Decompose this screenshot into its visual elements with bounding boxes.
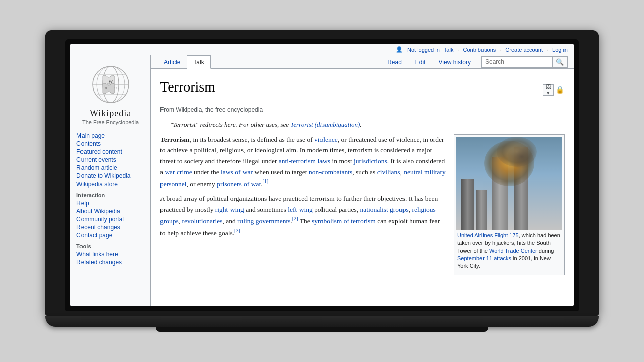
- lock-icon: 🔒: [556, 84, 565, 96]
- link-civilians[interactable]: civilians: [377, 168, 400, 176]
- sidebar-item-main-page[interactable]: Main page: [76, 132, 144, 140]
- link-prisoners-of-war[interactable]: prisoners of war: [217, 180, 261, 188]
- cite-2[interactable]: [2]: [292, 216, 298, 221]
- wiki-main: W Ω H Wikipedia The Free Encyclopedia Ma…: [70, 55, 574, 306]
- interaction-section: Interaction Help About Wikipedia Communi…: [70, 189, 150, 240]
- wikipedia-globe-icon: W Ω H: [91, 64, 131, 105]
- article-image-box: United Airlines Flight 175, which had be…: [454, 134, 565, 275]
- sidebar-item-random-article[interactable]: Random article: [76, 164, 144, 172]
- wikipedia-wordmark: Wikipedia: [74, 108, 146, 119]
- article-content: Terrorism 🖼 ▾ 🔒 From Wikipedia, the free…: [151, 69, 574, 282]
- link-left-wing[interactable]: left-wing: [288, 206, 313, 213]
- link-symbolism[interactable]: symbolism of terrorism: [312, 217, 376, 225]
- link-sept-11[interactable]: September 11 attacks: [457, 255, 511, 261]
- laptop-base: [45, 316, 599, 327]
- link-world-trade-center[interactable]: World Trade Center: [489, 248, 537, 254]
- user-icon: 👤: [396, 46, 403, 53]
- 9-11-image: [456, 137, 562, 230]
- create-account-link[interactable]: Create account: [505, 47, 543, 53]
- sidebar-item-recent-changes[interactable]: Recent changes: [76, 223, 144, 231]
- screen-bezel: 👤 Not logged in Talk · Contributions · C…: [65, 39, 579, 311]
- link-laws-of-war[interactable]: laws of war: [221, 168, 253, 176]
- nav-section: Main page Contents Featured content Curr…: [70, 129, 150, 189]
- tab-talk[interactable]: Talk: [187, 55, 210, 69]
- sidebar-item-featured[interactable]: Featured content: [76, 148, 144, 156]
- hatnote: "Terrorist" redirects here. For other us…: [160, 120, 565, 130]
- content-area: Article Talk Read Edit View history 🔍: [151, 55, 574, 306]
- svg-text:Ω: Ω: [105, 86, 107, 90]
- cite-1[interactable]: [1]: [263, 178, 269, 184]
- link-jurisdictions[interactable]: jurisdictions: [354, 157, 387, 165]
- separator1: ·: [457, 47, 459, 53]
- tab-view-history[interactable]: View history: [432, 55, 477, 69]
- log-in-link[interactable]: Log in: [552, 47, 568, 53]
- search-button[interactable]: 🔍: [552, 57, 567, 67]
- not-logged-in-text: Not logged in: [407, 47, 440, 53]
- hatnote-text: "Terrorist" redirects here. For other us…: [170, 121, 290, 128]
- paragraph-2: A broad array of political organizations…: [160, 193, 447, 238]
- laptop-lid: 👤 Not logged in Talk · Contributions · C…: [45, 30, 599, 316]
- sidebar: W Ω H Wikipedia The Free Encyclopedia Ma…: [70, 55, 151, 306]
- top-bar: 👤 Not logged in Talk · Contributions · C…: [70, 44, 574, 55]
- article-header-row: Terrorism 🖼 ▾ 🔒: [160, 76, 565, 104]
- search-box: 🔍: [481, 56, 568, 68]
- tab-read[interactable]: Read: [381, 55, 409, 69]
- link-violence[interactable]: violence: [314, 136, 338, 143]
- sidebar-item-about[interactable]: About Wikipedia: [76, 207, 144, 215]
- link-anti-terrorism-laws[interactable]: anti-terrorism laws: [279, 157, 330, 165]
- sidebar-item-what-links-here[interactable]: What links here: [76, 250, 144, 258]
- link-right-wing[interactable]: right-wing: [215, 206, 244, 213]
- image-caption: United Airlines Flight 175, which had be…: [456, 230, 562, 273]
- link-neutral-military[interactable]: neutral military personnel: [160, 168, 446, 188]
- separator2: ·: [500, 47, 501, 53]
- sidebar-item-related-changes[interactable]: Related changes: [76, 258, 144, 266]
- cite-3[interactable]: [3]: [234, 228, 240, 233]
- terrorism-bold: Terrorism: [160, 136, 190, 143]
- contributions-link[interactable]: Contributions: [463, 47, 496, 53]
- article-actions: 🖼 ▾ 🔒: [543, 84, 565, 96]
- tools-label: Tools: [76, 243, 144, 249]
- link-united-airlines-175[interactable]: United Airlines Flight 175: [457, 232, 519, 238]
- link-war-crime[interactable]: war crime: [165, 168, 192, 176]
- laptop-shell: 👤 Not logged in Talk · Contributions · C…: [45, 30, 599, 332]
- link-revolutionaries[interactable]: revolutionaries: [182, 217, 223, 225]
- link-non-combatants[interactable]: non-combatants: [309, 168, 352, 176]
- link-nationalist-groups[interactable]: nationalist groups: [360, 206, 408, 213]
- image-action-button[interactable]: 🖼 ▾: [543, 84, 554, 96]
- sidebar-item-help[interactable]: Help: [76, 199, 144, 207]
- svg-text:W: W: [108, 79, 113, 84]
- sidebar-item-contents[interactable]: Contents: [76, 140, 144, 148]
- talk-link[interactable]: Talk: [444, 47, 454, 53]
- article-text: Terrorism, in its broadest sense, is def…: [160, 134, 447, 275]
- sidebar-item-current-events[interactable]: Current events: [76, 156, 144, 164]
- hatnote-link[interactable]: Terrorist (disambiguation): [290, 121, 360, 128]
- article-title: Terrorism: [160, 76, 215, 101]
- screen: 👤 Not logged in Talk · Contributions · C…: [70, 44, 574, 306]
- sidebar-item-wikipedia-store[interactable]: Wikipedia store: [76, 180, 144, 188]
- wikipedia-tagline: The Free Encyclopedia: [82, 119, 139, 125]
- sidebar-logo: W Ω H Wikipedia The Free Encyclopedia: [70, 59, 150, 129]
- sidebar-item-contact[interactable]: Contact page: [76, 231, 144, 239]
- interaction-label: Interaction: [76, 192, 144, 198]
- content-tabs: Article Talk Read Edit View history 🔍: [151, 55, 574, 69]
- tab-edit[interactable]: Edit: [409, 55, 432, 69]
- article-subtitle: From Wikipedia, the free encyclopedia: [160, 105, 565, 115]
- tabs-right: Read Edit View history 🔍: [381, 55, 568, 68]
- separator3: ·: [547, 47, 548, 53]
- laptop-foot: [156, 327, 488, 332]
- paragraph-1: Terrorism, in its broadest sense, is def…: [160, 134, 447, 189]
- svg-text:H: H: [114, 86, 117, 90]
- search-input[interactable]: [482, 57, 552, 67]
- tools-section: Tools What links here Related changes: [70, 240, 150, 267]
- link-ruling-governments[interactable]: ruling governments: [237, 217, 290, 225]
- wikipedia-page: 👤 Not logged in Talk · Contributions · C…: [70, 44, 574, 306]
- article-body: Terrorism, in its broadest sense, is def…: [160, 134, 565, 275]
- sidebar-item-community-portal[interactable]: Community portal: [76, 215, 144, 223]
- sidebar-item-donate[interactable]: Donate to Wikipedia: [76, 172, 144, 180]
- tab-article[interactable]: Article: [157, 55, 187, 69]
